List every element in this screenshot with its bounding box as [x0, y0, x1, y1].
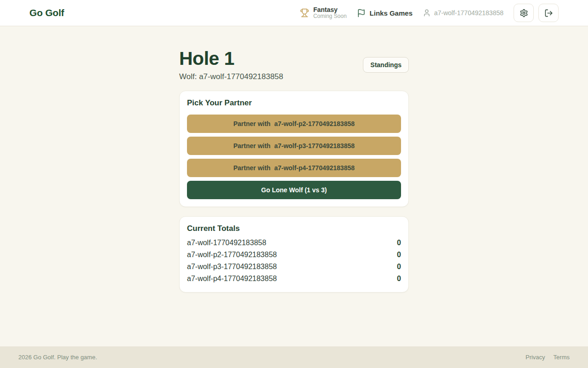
standings-button[interactable]: Standings	[363, 57, 409, 73]
player-score: 0	[397, 249, 401, 261]
partner-button-p2[interactable]: Partner with a7-wolf-p2-1770492183858	[187, 115, 401, 133]
fantasy-label: Fantasy	[313, 6, 347, 13]
fantasy-sublabel: Coming Soon	[313, 13, 347, 20]
partner-button-name: a7-wolf-p2-1770492183858	[274, 120, 355, 127]
privacy-link[interactable]: Privacy	[526, 354, 545, 361]
totals-row: a7-wolf-p4-1770492183858 0	[187, 273, 401, 285]
footer-copyright: 2026 Go Golf. Play the game.	[18, 354, 97, 361]
nav-item-links-games[interactable]: Links Games	[357, 9, 413, 17]
partner-button-prefix: Partner with	[233, 142, 271, 150]
player-name: a7-wolf-p4-1770492183858	[187, 273, 277, 285]
header-actions	[514, 4, 559, 22]
footer: 2026 Go Golf. Play the game. Privacy Ter…	[0, 346, 588, 368]
totals-row: a7-wolf-p3-1770492183858 0	[187, 261, 401, 273]
totals-row: a7-wolf-1770492183858 0	[187, 237, 401, 249]
header: Go Golf Fantasy Coming Soon	[0, 0, 588, 26]
pick-partner-title: Pick Your Partner	[187, 98, 401, 108]
page-title: Hole 1	[179, 48, 283, 69]
player-name: a7-wolf-1770492183858	[187, 237, 266, 249]
partner-button-prefix: Partner with	[233, 164, 271, 172]
main-content: Hole 1 Wolf: a7-wolf-1770492183858 Stand…	[0, 26, 588, 346]
current-totals-title: Current Totals	[187, 224, 401, 233]
totals-row: a7-wolf-p2-1770492183858 0	[187, 249, 401, 261]
gear-icon	[520, 9, 528, 17]
terms-link[interactable]: Terms	[554, 354, 570, 361]
current-totals-card: Current Totals a7-wolf-1770492183858 0 a…	[179, 216, 409, 293]
title-block: Hole 1 Wolf: a7-wolf-1770492183858	[179, 48, 283, 81]
lone-wolf-button[interactable]: Go Lone Wolf (1 vs 3)	[187, 181, 401, 199]
trophy-icon	[300, 8, 309, 17]
partner-button-name: a7-wolf-p4-1770492183858	[274, 164, 355, 172]
pick-partner-card: Pick Your Partner Partner with a7-wolf-p…	[179, 91, 409, 207]
nav-item-fantasy[interactable]: Fantasy Coming Soon	[300, 6, 347, 20]
flag-icon	[357, 9, 366, 17]
player-score: 0	[397, 273, 401, 285]
player-name: a7-wolf-p3-1770492183858	[187, 261, 277, 273]
header-nav: Fantasy Coming Soon Links Games a7-wolf-…	[300, 4, 559, 22]
user-id-text: a7-wolf-1770492183858	[434, 9, 503, 17]
logout-icon	[544, 9, 553, 17]
player-score: 0	[397, 261, 401, 273]
footer-links: Privacy Terms	[526, 354, 570, 361]
logout-button[interactable]	[538, 4, 559, 22]
user-icon	[423, 9, 431, 17]
user-chip: a7-wolf-1770492183858	[423, 9, 503, 17]
settings-button[interactable]	[514, 4, 534, 22]
partner-button-p3[interactable]: Partner with a7-wolf-p3-1770492183858	[187, 137, 401, 155]
player-score: 0	[397, 237, 401, 249]
partner-button-prefix: Partner with	[233, 120, 271, 127]
partner-button-name: a7-wolf-p3-1770492183858	[274, 142, 355, 150]
links-games-label: Links Games	[370, 9, 413, 17]
player-name: a7-wolf-p2-1770492183858	[187, 249, 277, 261]
wolf-subtitle: Wolf: a7-wolf-1770492183858	[179, 72, 283, 81]
partner-button-p4[interactable]: Partner with a7-wolf-p4-1770492183858	[187, 159, 401, 177]
title-row: Hole 1 Wolf: a7-wolf-1770492183858 Stand…	[179, 48, 409, 81]
app-logo[interactable]: Go Golf	[29, 7, 64, 18]
content-container: Hole 1 Wolf: a7-wolf-1770492183858 Stand…	[179, 26, 409, 346]
fantasy-labels: Fantasy Coming Soon	[313, 6, 347, 20]
